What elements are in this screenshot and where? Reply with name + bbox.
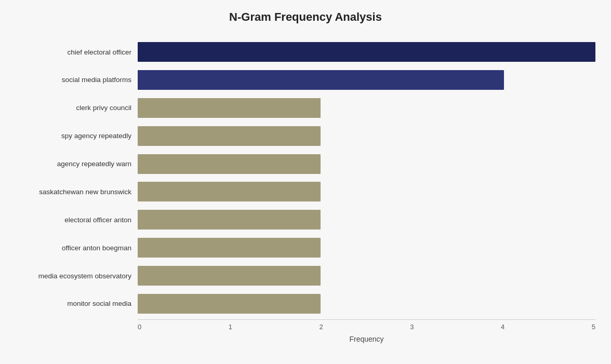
x-axis-label: Frequency <box>138 335 595 343</box>
bar-row: monitor social media <box>16 291 595 316</box>
bar-label: electoral officer anton <box>16 216 138 224</box>
x-tick: 5 <box>592 323 595 331</box>
bar-row: officer anton boegman <box>16 235 595 260</box>
bar-container <box>138 238 595 258</box>
bar-container <box>138 182 595 201</box>
bar-container <box>138 266 595 286</box>
bar-row: clerk privy council <box>16 96 595 120</box>
chart-title: N-Gram Frequency Analysis <box>229 10 382 24</box>
bar <box>138 42 595 62</box>
x-tick: 4 <box>501 323 504 331</box>
bar-label: media ecosystem observatory <box>16 272 138 280</box>
bar <box>138 266 321 286</box>
bar-row: chief electoral officer <box>16 39 595 64</box>
bar-row: electoral officer anton <box>16 207 595 232</box>
bar-container <box>138 42 595 62</box>
bar-label: monitor social media <box>16 300 138 307</box>
bar-container <box>138 294 595 314</box>
x-tick: 2 <box>320 323 323 331</box>
bar <box>138 294 321 314</box>
bar <box>138 70 504 90</box>
bar-label: agency repeatedly warn <box>16 160 138 168</box>
bar-label: chief electoral officer <box>16 48 138 56</box>
bar-container <box>138 70 595 90</box>
bar-label: saskatchewan new brunswick <box>16 188 138 196</box>
bar-row: media ecosystem observatory <box>16 263 595 288</box>
chart-area: chief electoral officersocial media plat… <box>16 39 595 316</box>
bar <box>138 154 321 174</box>
x-tick: 1 <box>229 323 232 331</box>
bar-row: saskatchewan new brunswick <box>16 179 595 204</box>
bar <box>138 182 321 201</box>
bar-container <box>138 98 595 118</box>
bar-label: clerk privy council <box>16 104 138 112</box>
bar-label: spy agency repeatedly <box>16 132 138 140</box>
bar-row: agency repeatedly warn <box>16 152 595 177</box>
x-tick: 0 <box>138 323 141 331</box>
bar <box>138 126 321 146</box>
bar <box>138 98 321 118</box>
bar-label: officer anton boegman <box>16 244 138 252</box>
bar-row: spy agency repeatedly <box>16 124 595 149</box>
bar <box>138 238 321 258</box>
x-axis-area: 012345 Frequency <box>16 319 595 343</box>
bar-container <box>138 126 595 146</box>
bar-row: social media platforms <box>16 68 595 92</box>
bar-label: social media platforms <box>16 76 138 84</box>
bar-container <box>138 154 595 174</box>
x-tick: 3 <box>410 323 414 331</box>
bar-container <box>138 210 595 230</box>
bar <box>138 210 321 230</box>
